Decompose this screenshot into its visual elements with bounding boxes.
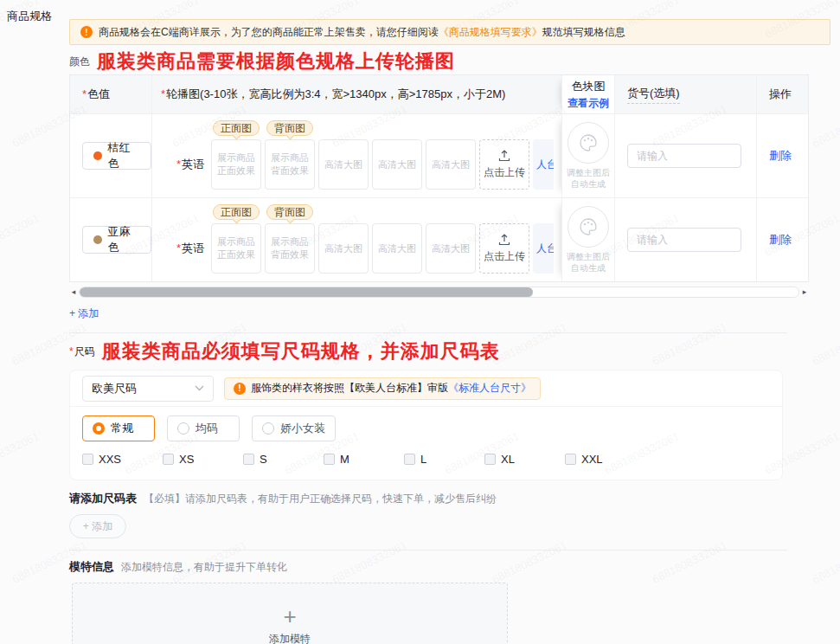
upload-slot-front[interactable]: 展示商品正面效果 xyxy=(211,139,261,190)
upload-icon xyxy=(498,150,510,162)
upload-button[interactable]: 点击上传 xyxy=(479,139,529,190)
size-annotation: 服装类商品必须填写尺码规格，并添加尺码表 xyxy=(102,338,500,364)
section-divider xyxy=(69,332,787,333)
color-chip[interactable]: 桔红色 xyxy=(82,142,151,170)
sku-input[interactable] xyxy=(627,228,741,252)
size-checkbox-s[interactable]: S xyxy=(243,453,324,466)
watermark: 6881808332061 xyxy=(0,211,42,259)
warning-icon xyxy=(234,383,246,395)
radio-icon xyxy=(93,422,105,435)
size-chart-title: 请添加尺码表 xyxy=(69,491,137,506)
section-divider xyxy=(69,550,787,551)
plus-icon: + xyxy=(283,605,296,628)
upload-slot-hd[interactable]: 高清大图 xyxy=(372,223,422,274)
table-row: 桔红色 正面图 背面图 *英语 展示商品正面效果 展示商品背面效果 高清大图 高… xyxy=(70,113,808,197)
banner-text: 商品规格会在C端商详展示，为了您的商品能正常上架售卖，请您仔细阅读《商品规格填写… xyxy=(99,25,625,40)
radio-icon xyxy=(262,422,274,435)
swatch-auto-note: 调整主图后自动生成 xyxy=(565,251,612,274)
color-name: 亚麻色 xyxy=(108,224,140,255)
sku-input[interactable] xyxy=(627,144,741,168)
checkbox-icon[interactable] xyxy=(243,454,254,465)
header-action: 操作 xyxy=(756,75,810,113)
front-image-tag: 正面图 xyxy=(213,120,260,136)
upload-slot-hd[interactable]: 高清大图 xyxy=(318,223,369,274)
header-swatch: 色块图 查看示例 xyxy=(561,75,615,113)
add-model-button[interactable]: + 添加模特 xyxy=(72,583,508,644)
color-spec-table: *色值 *轮播图(3-10张，宽高比例为3:4，宽>1340px，高>1785p… xyxy=(69,74,809,282)
color-section-label: 颜色 xyxy=(69,55,90,69)
table-header-row: *色值 *轮播图(3-10张，宽高比例为3:4，宽>1340px，高>1785p… xyxy=(70,75,808,113)
spec-notice-banner: 商品规格会在C端商详展示，为了您的商品能正常上架售卖，请您仔细阅读《商品规格填写… xyxy=(69,19,830,45)
upload-slot-front[interactable]: 展示商品正面效果 xyxy=(211,223,261,274)
language-label: *英语 xyxy=(176,157,208,172)
size-chart-desc: 【必填】请添加尺码表，有助于用户正确选择尺码，快速下单，减少售后纠纷 xyxy=(144,492,497,506)
checkbox-icon[interactable] xyxy=(565,454,576,465)
fit-option-regular[interactable]: 常规 xyxy=(82,415,155,441)
back-image-tag: 背面图 xyxy=(266,204,313,220)
model-info-title: 模特信息 xyxy=(69,559,114,575)
header-carousel: *轮播图(3-10张，宽高比例为3:4，宽>1340px，高>1785px，小于… xyxy=(152,75,561,113)
header-color-value: *色值 xyxy=(70,75,152,113)
size-card: 欧美尺码 服饰类的样衣将按照【欧美人台标准】审版《标准人台尺寸》 常规 xyxy=(69,370,783,480)
upload-slot-hd[interactable]: 高清大图 xyxy=(318,139,369,190)
mannequin-button[interactable]: 人台 xyxy=(533,139,554,190)
swatch-example-link[interactable]: 查看示例 xyxy=(567,96,609,111)
checkbox-icon[interactable] xyxy=(82,454,93,465)
size-standard-notice: 服饰类的样衣将按照【欧美人台标准】审版《标准人台尺寸》 xyxy=(224,377,541,400)
scroll-left-icon[interactable]: ◂ xyxy=(69,288,78,296)
model-info-desc: 添加模特信息，有助于提升下单转化 xyxy=(121,560,287,575)
watermark: 6881808332061 xyxy=(0,429,42,477)
checkbox-icon[interactable] xyxy=(163,454,174,465)
size-section-label: *尺码 xyxy=(69,345,95,359)
fit-option-petite[interactable]: 娇小女装 xyxy=(252,415,336,441)
palette-icon xyxy=(567,122,609,164)
delete-link[interactable]: 删除 xyxy=(769,148,792,164)
delete-link[interactable]: 删除 xyxy=(769,232,792,248)
table-horizontal-scrollbar[interactable]: ◂ ▸ xyxy=(69,285,809,299)
table-row: 亚麻色 正面图 背面图 *英语 展示商品正面效果 展示商品背面效果 高清大图 高… xyxy=(70,197,808,281)
scrollbar-track[interactable] xyxy=(79,287,799,298)
size-checkbox-xxl[interactable]: XXL xyxy=(565,453,645,466)
color-dot xyxy=(93,151,102,160)
scrollbar-thumb[interactable] xyxy=(80,287,533,297)
fit-option-onesize[interactable]: 均码 xyxy=(167,415,240,441)
checkbox-icon[interactable] xyxy=(484,454,496,465)
upload-slot-hd[interactable]: 高清大图 xyxy=(426,139,476,190)
upload-slot-back[interactable]: 展示商品背面效果 xyxy=(265,223,315,274)
mannequin-size-link[interactable]: 《标准人台尺寸》 xyxy=(448,382,531,394)
warning-icon xyxy=(80,26,93,38)
size-standard-select[interactable]: 欧美尺码 xyxy=(82,376,214,402)
add-size-chart-button[interactable]: + 添加 xyxy=(69,514,126,538)
color-chip[interactable]: 亚麻色 xyxy=(82,226,151,254)
scroll-right-icon[interactable]: ▸ xyxy=(800,288,809,296)
language-label: *英语 xyxy=(176,241,208,256)
product-spec-page: 商品规格 商品规格会在C端商详展示，为了您的商品能正常上架售卖，请您仔细阅读《商… xyxy=(0,0,840,644)
spec-requirements-link[interactable]: 《商品规格填写要求》 xyxy=(439,26,542,38)
header-sku: 货号(选填) xyxy=(615,75,756,113)
upload-slot-hd[interactable]: 高清大图 xyxy=(372,139,422,190)
radio-icon xyxy=(177,422,189,435)
upload-slot-hd[interactable]: 高清大图 xyxy=(426,223,476,274)
size-checkbox-l[interactable]: L xyxy=(404,453,484,466)
size-checkbox-m[interactable]: M xyxy=(324,453,404,466)
chevron-down-icon xyxy=(195,385,204,391)
upload-icon xyxy=(498,234,510,246)
add-color-link[interactable]: + 添加 xyxy=(69,306,99,321)
checkbox-icon[interactable] xyxy=(324,454,335,465)
back-image-tag: 背面图 xyxy=(266,120,313,136)
mannequin-button[interactable]: 人台 xyxy=(533,223,554,274)
palette-icon xyxy=(567,206,609,248)
size-checkbox-xl[interactable]: XL xyxy=(484,453,565,466)
page-title: 商品规格 xyxy=(7,9,52,24)
color-annotation: 服装类商品需要根据颜色规格上传轮播图 xyxy=(97,48,455,74)
size-checkbox-xxs[interactable]: XXS xyxy=(82,453,163,466)
checkbox-icon[interactable] xyxy=(404,454,415,465)
upload-button[interactable]: 点击上传 xyxy=(479,223,529,274)
color-dot xyxy=(93,235,102,244)
color-name: 桔红色 xyxy=(108,140,140,171)
size-checkbox-xs[interactable]: XS xyxy=(163,453,243,466)
swatch-auto-note: 调整主图后自动生成 xyxy=(565,167,612,190)
upload-slot-back[interactable]: 展示商品背面效果 xyxy=(265,139,315,190)
front-image-tag: 正面图 xyxy=(213,204,260,220)
